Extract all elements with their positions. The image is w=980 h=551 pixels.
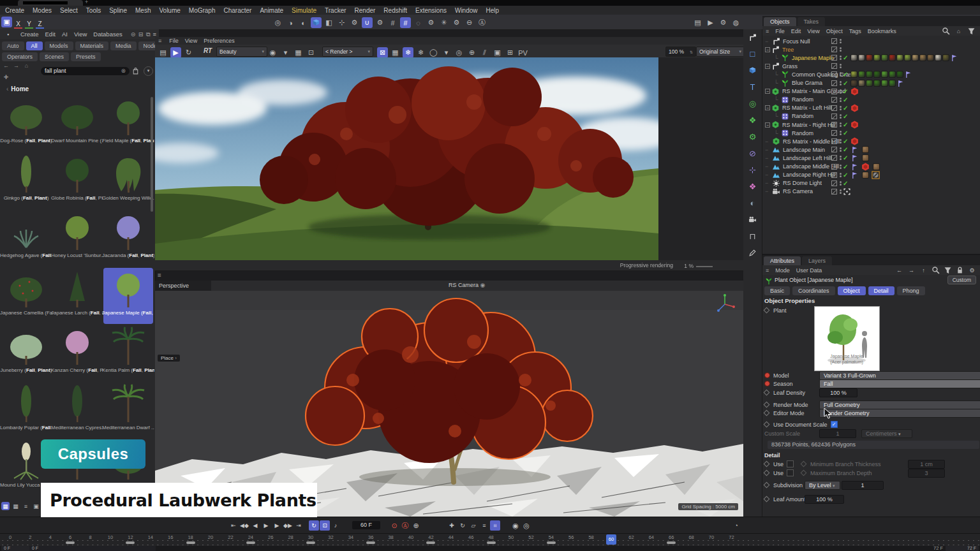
lock-view-icon[interactable]: ⊠ — [377, 47, 388, 58]
check-icon[interactable]: ✓ — [843, 54, 848, 61]
keyframe-pill[interactable] — [66, 541, 75, 544]
autokey-button[interactable]: Ⓐ — [400, 520, 410, 531]
material-swatch[interactable] — [850, 54, 858, 61]
material-swatch[interactable] — [889, 71, 896, 78]
back-icon[interactable]: ← — [2, 61, 10, 70]
model-mode-icon[interactable]: ◑ — [285, 17, 296, 28]
check-icon[interactable]: ✓ — [843, 113, 848, 120]
key-position-button[interactable]: ✚ — [447, 520, 457, 531]
size-dropdown[interactable]: Original Size▾ — [696, 47, 745, 57]
start-rt-button[interactable]: ▶ — [170, 47, 181, 58]
rt-label[interactable]: RT — [204, 47, 212, 54]
check-icon[interactable]: ✓ — [843, 96, 848, 103]
custom-scale-field[interactable]: 1 — [819, 429, 856, 438]
visibility-dots[interactable] — [840, 114, 842, 119]
asset-thumb-ginkgo-fall-plant[interactable]: Ginkgo (Fall, Plant) — [1, 153, 51, 209]
next-key-button[interactable]: ◆▶ — [283, 520, 293, 531]
enable-toggle[interactable] — [831, 180, 837, 186]
object-name[interactable]: Japanese Maple — [792, 55, 834, 61]
object-row-rs-dome-light[interactable]: −RS Dome Light ✓ — [762, 179, 980, 187]
object-row-rs-matrix-middle-hill[interactable]: −RS Matrix - Middle Hill ✓ — [762, 137, 980, 145]
asset-thumb-japanese-maple-fall[interactable]: Japanese Maple (Fall, ... — [103, 268, 153, 324]
menu-redshift[interactable]: Redshift — [383, 7, 407, 14]
visibility-dots[interactable] — [840, 147, 842, 152]
camera-icon[interactable] — [746, 214, 759, 225]
keyframe-pill[interactable] — [667, 541, 676, 544]
object-name[interactable]: Landscape Right Hill — [783, 172, 836, 178]
detail-view-icon[interactable]: ▦ — [11, 502, 20, 510]
material-swatch[interactable] — [942, 54, 949, 61]
section-tab-object[interactable]: Object — [838, 286, 866, 295]
focus-a-icon[interactable]: ◎ — [454, 47, 464, 58]
visibility-dots[interactable] — [840, 156, 842, 160]
material-swatch[interactable] — [866, 80, 873, 87]
visibility-dots[interactable] — [840, 165, 842, 169]
sound-button[interactable]: ♪ — [330, 520, 341, 531]
object-row-blue-grama[interactable]: └Blue Grama ✓ — [762, 79, 980, 87]
asset-thumb-honey-locust-sunbur[interactable]: Honey Locust 'Sunbur... — [52, 210, 102, 267]
check-icon[interactable]: ✓ — [843, 121, 848, 128]
check-icon[interactable]: ✓ — [843, 129, 848, 136]
material-swatch[interactable] — [889, 54, 896, 61]
pv-icon[interactable]: PV — [517, 47, 528, 58]
menu-animate[interactable]: Animate — [260, 7, 283, 14]
object-name[interactable]: Random — [792, 96, 813, 103]
viewport-hud-camera[interactable]: RS Camera ◉ — [449, 282, 485, 288]
object-row-rs-camera[interactable]: −RS Camera — [762, 187, 980, 196]
mirror-settings-icon[interactable]: ⚙ — [451, 17, 462, 28]
enable-toggle[interactable] — [831, 38, 837, 44]
current-frame-field[interactable]: 60 F — [352, 521, 380, 529]
modeling-axis-icon[interactable]: Ⓐ — [477, 17, 487, 28]
check-icon[interactable]: ✓ — [843, 105, 848, 112]
expander-icon[interactable]: − — [765, 47, 770, 52]
material-swatch[interactable] — [896, 54, 903, 61]
asset-tab-media[interactable]: Media — [110, 41, 137, 50]
asset-thumb-kentia-palm-fall-plant[interactable]: Kentia Palm (Fall, Plant) — [103, 325, 153, 381]
download-bag-icon[interactable] — [131, 67, 140, 75]
spline-icon[interactable]: □ — [746, 48, 759, 59]
record-objects-button[interactable]: ◉ — [510, 520, 521, 531]
add-icon[interactable]: ✚ — [2, 73, 10, 81]
pass-dropdown[interactable]: Beauty▾ — [216, 47, 267, 57]
object-row-rs-matrix-right-hill[interactable]: −RS Matrix - Right Hill ✓ — [762, 121, 980, 129]
rv-menu-preferences[interactable]: Preferences — [204, 38, 235, 44]
visibility-dots[interactable] — [840, 131, 842, 135]
search-input[interactable]: fall plant ⊗ — [41, 67, 130, 75]
menu-mesh[interactable]: Mesh — [135, 7, 151, 14]
redhex-tag-icon[interactable] — [850, 87, 859, 96]
object-row-random[interactable]: └Random ✓ — [762, 129, 980, 137]
attr-tab-attributes[interactable]: Attributes — [764, 256, 801, 265]
redhex-tag-icon[interactable] — [850, 121, 859, 129]
menu-window[interactable]: Window — [455, 7, 478, 14]
pixel-grid-icon[interactable]: ▦ — [390, 47, 401, 58]
material-swatch[interactable] — [858, 71, 865, 78]
keyframe-add-button[interactable]: ⊕ — [411, 520, 421, 531]
range-start-field-2[interactable]: 0 F — [29, 546, 156, 551]
text-icon[interactable]: T — [746, 81, 759, 92]
asset-thumb-juneberry-fall-plant[interactable]: Juneberry (Fall, Plant) — [1, 325, 51, 381]
enable-toggle[interactable] — [831, 172, 837, 178]
search-icon[interactable] — [942, 27, 950, 35]
section-tab-phong[interactable]: Phong — [897, 286, 925, 295]
axis-mode-icon[interactable]: ◧ — [323, 17, 334, 28]
visibility-dots[interactable] — [840, 55, 842, 60]
asset-thumb-japanese-camellia-fal[interactable]: Japanese Camellia (Fal... — [1, 268, 51, 324]
rv-menu-view[interactable]: View — [185, 38, 197, 44]
material-swatch[interactable] — [881, 71, 888, 78]
enable-toggle[interactable] — [831, 138, 837, 144]
browser-menu-edit[interactable]: Edit — [45, 31, 56, 38]
enable-toggle[interactable] — [831, 55, 837, 61]
asset-scrollbar[interactable] — [151, 97, 153, 212]
material-swatch[interactable] — [919, 54, 926, 61]
prev-frame-button[interactable]: ◀ — [250, 520, 260, 531]
object-row-japanese-maple[interactable]: └Japanese Maple ✓ — [762, 54, 980, 62]
workplane-mode-icon[interactable] — [311, 17, 322, 28]
visibility-dots[interactable] — [840, 122, 842, 127]
target-icon[interactable] — [843, 187, 851, 196]
keyframe-pill[interactable] — [426, 541, 435, 544]
keyframe-dot[interactable] — [764, 372, 770, 378]
object-name[interactable]: RS Camera — [783, 188, 813, 195]
visibility-dots[interactable] — [840, 181, 842, 186]
menu-mograph[interactable]: MoGraph — [189, 7, 216, 14]
asset-thumb-japanese-larch-fall-pl[interactable]: Japanese Larch (Fall, Pl... — [52, 268, 102, 324]
